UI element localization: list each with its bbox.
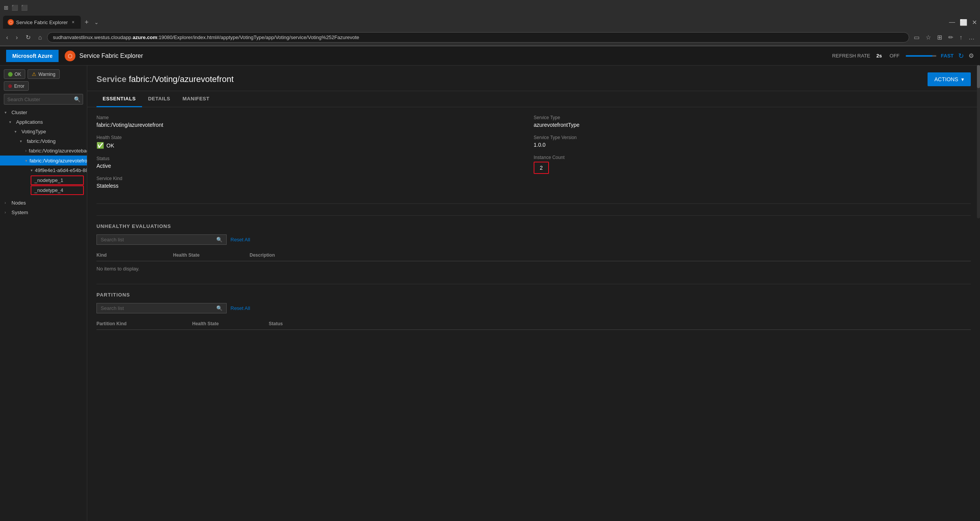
bookmark-button[interactable]: ☆: [924, 32, 933, 43]
health-value: ✅ OK: [96, 142, 534, 149]
refresh-rate-label: REFRESH RATE: [832, 53, 870, 59]
share-button[interactable]: ↑: [958, 33, 964, 43]
field-name: Name fabric:/Voting/azurevotefront: [96, 115, 534, 128]
applications-label: Applications: [16, 119, 43, 125]
col-health-state: Health State: [173, 252, 250, 258]
search-cluster-input[interactable]: [7, 97, 72, 102]
name-value: fabric:/Voting/azurevotefront: [96, 122, 534, 128]
slider-fill: [906, 55, 933, 57]
search-cluster-icon: 🔍: [74, 96, 80, 102]
tab-close-button[interactable]: ×: [70, 19, 76, 25]
instance-count-value: 2: [540, 165, 543, 171]
system-label: System: [11, 210, 28, 215]
sidebar-item-votingtype[interactable]: ▾ VotingType: [0, 127, 87, 136]
azurevoteback-label: fabric:/Voting/azurevoteback: [29, 148, 87, 154]
toggle-off-label: OFF: [890, 53, 900, 59]
sidebar-nodetype-1[interactable]: _nodetype_1: [31, 175, 84, 185]
tab-essentials[interactable]: ESSENTIALS: [96, 91, 142, 107]
sidebar-item-system[interactable]: › System: [0, 208, 87, 217]
unhealthy-empty-message: No items to display.: [96, 261, 971, 276]
tab-details[interactable]: DETAILS: [142, 91, 176, 107]
service-type-version-label: Service Type Version: [534, 135, 971, 140]
sidebar-item-azurevotefront[interactable]: ▾ fabric:/Voting/azurevotefront •••: [0, 156, 87, 165]
actions-label: ACTIONS: [934, 76, 958, 82]
health-ok-icon: ✅: [96, 142, 104, 149]
votingtype-label: VotingType: [21, 129, 46, 134]
fabric-voting-chevron: ▾: [20, 139, 24, 143]
filter-error-label: Error: [14, 84, 24, 89]
right-panel: Service fabric:/Voting/azurevotefront AC…: [87, 66, 980, 521]
filter-warning-label: Warning: [38, 72, 55, 77]
service-type-value: azurevotefrontType: [534, 122, 971, 128]
browser-titlebar: ⊞ ⬛ ⬛: [0, 0, 980, 15]
forward-button[interactable]: ›: [13, 33, 20, 43]
header-right: REFRESH RATE 2s OFF FAST ↻ ⚙: [832, 52, 974, 60]
speed-fast-label: FAST: [941, 53, 954, 59]
essentials-left: Name fabric:/Voting/azurevotefront Healt…: [96, 115, 534, 196]
forward-icon: ⬛: [21, 5, 28, 11]
essentials-section: Name fabric:/Voting/azurevotefront Healt…: [87, 107, 980, 215]
actions-button[interactable]: ACTIONS ▾: [928, 72, 971, 86]
votingtype-chevron: ▾: [15, 129, 19, 134]
unhealthy-search-box: 🔍: [96, 234, 227, 245]
refresh-button[interactable]: ↻: [23, 32, 33, 43]
unhealthy-search-input[interactable]: [101, 237, 214, 242]
sidebar-item-nodes[interactable]: › Nodes: [0, 198, 87, 208]
col-description: Description: [250, 252, 971, 258]
panel-title: Service fabric:/Voting/azurevotefront: [96, 74, 234, 84]
col-partition-kind: Partition Kind: [96, 321, 192, 326]
error-icon: ⊗: [8, 83, 12, 89]
collections-button[interactable]: ⊞: [936, 32, 944, 43]
speed-slider[interactable]: [906, 55, 936, 57]
filter-warning-button[interactable]: ⚠ Warning: [28, 69, 59, 79]
actions-chevron-icon: ▾: [961, 76, 964, 82]
name-label: Name: [96, 115, 534, 120]
unhealthy-reset-all[interactable]: Reset All: [230, 237, 250, 242]
app-header: Microsoft Azure ⬡ Service Fabric Explore…: [0, 46, 980, 66]
service-kind-value: Stateless: [96, 183, 534, 189]
sidebar-item-partition[interactable]: ▾ 49f9e4e1-a6d4-e54b-888f-05051a31dc55: [0, 165, 87, 175]
close-button[interactable]: ✕: [972, 19, 977, 26]
refresh-icon[interactable]: ↻: [958, 52, 964, 60]
settings-icon[interactable]: ⚙: [969, 52, 974, 59]
maximize-button[interactable]: ⬜: [960, 19, 967, 26]
sidebar-item-azurevoteback[interactable]: › fabric:/Voting/azurevoteback: [0, 146, 87, 156]
minimize-button[interactable]: —: [949, 19, 955, 26]
tab-manifest[interactable]: MANIFEST: [176, 91, 216, 107]
field-status: Status Active: [96, 156, 534, 169]
azurevoteback-chevron: ›: [25, 149, 26, 153]
panel-title-prefix: Service: [96, 74, 126, 84]
new-tab-button[interactable]: +: [82, 18, 91, 26]
back-button[interactable]: ‹: [4, 33, 10, 43]
reader-view-button[interactable]: ▭: [912, 32, 921, 43]
essentials-grid: Name fabric:/Voting/azurevotefront Healt…: [96, 115, 971, 204]
home-button[interactable]: ⌂: [36, 33, 44, 43]
essentials-right: Service Type azurevotefrontType Service …: [534, 115, 971, 196]
panel-title-name: fabric:/Voting/azurevotefront: [129, 74, 234, 84]
sidebar-nodetype-4[interactable]: _nodetype_4: [31, 185, 84, 195]
sidebar-item-cluster[interactable]: ▾ Cluster: [0, 108, 87, 117]
scrollbar-thumb[interactable]: [977, 66, 980, 88]
cluster-chevron: ▾: [5, 110, 9, 115]
address-bar[interactable]: sudhanvatestlinux.westus.cloudapp.azure.…: [47, 32, 909, 43]
filter-ok-button[interactable]: OK: [4, 69, 25, 79]
unhealthy-table-header: Kind Health State Description: [96, 249, 971, 261]
browser-tab[interactable]: ⬡ Service Fabric Explorer ×: [3, 16, 81, 29]
filter-error-button[interactable]: ⊗ Error: [4, 81, 29, 91]
slider-track: [906, 55, 936, 57]
unhealthy-search-icon: 🔍: [216, 237, 222, 242]
partitions-search-input[interactable]: [101, 305, 214, 311]
system-icon: ⊞: [4, 5, 8, 11]
sidebar-item-applications[interactable]: ▾ Applications: [0, 117, 87, 127]
notes-button[interactable]: ✏: [947, 32, 955, 43]
nodes-label: Nodes: [11, 200, 26, 206]
field-service-type-version: Service Type Version 1.0.0: [534, 135, 971, 148]
azurevotefront-label: fabric:/Voting/azurevotefront: [29, 158, 87, 164]
tab-dropdown[interactable]: ⌄: [94, 19, 99, 25]
panel-tabs: ESSENTIALS DETAILS MANIFEST: [87, 91, 980, 107]
partition-label: 49f9e4e1-a6d4-e54b-888f-05051a31dc55: [35, 167, 87, 173]
more-button[interactable]: …: [967, 33, 976, 43]
partitions-reset-all[interactable]: Reset All: [230, 305, 250, 311]
partitions-search-icon: 🔍: [216, 305, 222, 311]
sidebar-item-fabric-voting[interactable]: ▾ fabric:/Voting: [0, 136, 87, 146]
